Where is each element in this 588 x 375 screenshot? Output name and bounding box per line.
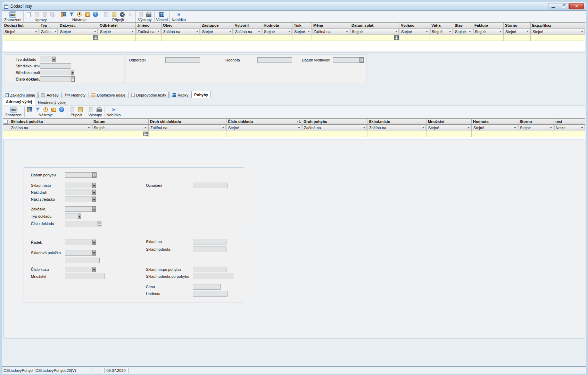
filter-button[interactable] <box>34 107 41 113</box>
filter-input-druh-skl-dokladu[interactable] <box>149 131 226 137</box>
help-button[interactable] <box>58 107 65 113</box>
column-header-storno[interactable]: Storno <box>518 119 554 125</box>
attach-media-button[interactable] <box>119 11 126 18</box>
filter-input-storno[interactable] <box>504 35 531 41</box>
tab-doplnkove-udaje[interactable]: Doplňkové údaje <box>89 92 128 98</box>
column-header-hodnota[interactable]: Hodnota <box>472 119 518 125</box>
nakl-stredisko-input[interactable] <box>65 197 93 202</box>
table-settings-button[interactable] <box>60 11 67 18</box>
filter-input-vydano[interactable] <box>399 35 430 41</box>
attachment-list-button[interactable] <box>111 11 118 18</box>
datum-pohybu-calendar-button[interactable] <box>92 172 97 178</box>
skladova-polozka-dropdown-button[interactable] <box>92 250 96 256</box>
column-header-exp-prikaz[interactable]: Exp.příkaz <box>531 23 585 28</box>
filter-input-jmeno[interactable] <box>136 35 162 41</box>
filter-dropdown-storno[interactable]: Stejné <box>519 125 553 130</box>
column-header-tisk[interactable]: Tisk <box>292 23 312 28</box>
filter-dropdown-hodnota[interactable]: Stejné <box>472 125 517 130</box>
filter-input-odberatel[interactable] <box>98 35 136 41</box>
filter-input-exp-prikaz[interactable] <box>531 35 585 41</box>
tab-radky[interactable]: Řádky <box>169 92 191 98</box>
filter-dropdown-jmeno[interactable]: Začíná na <box>136 29 161 34</box>
filter-dropdown-dat-vyst[interactable]: Stejné <box>59 29 98 34</box>
cislo-dokladu-input[interactable] <box>40 76 71 82</box>
typ-dokladu-input[interactable] <box>40 57 52 62</box>
filter-dropdown-datum-splat[interactable]: Stejné <box>350 29 399 34</box>
cena-input[interactable] <box>193 284 221 290</box>
column-header-faktura[interactable]: Faktura <box>473 23 504 28</box>
odberatel-input[interactable] <box>165 57 200 63</box>
select-all-checkbox[interactable] <box>4 120 8 124</box>
view-button[interactable] <box>9 11 16 18</box>
subtab-neadresny-vydej[interactable]: Neadresný výdej <box>35 99 69 106</box>
filter-dropdown-text[interactable]: Nelze <box>554 125 585 130</box>
filter-input-stav[interactable] <box>453 35 473 41</box>
options-button[interactable] <box>50 107 57 113</box>
filter-input-datum[interactable] <box>92 131 149 137</box>
column-header-obec[interactable]: Obec <box>162 23 200 28</box>
filter-input-faktura[interactable] <box>473 35 504 41</box>
menu-button[interactable] <box>110 107 117 113</box>
filter-dropdown-vaha[interactable]: Stejné <box>430 29 453 34</box>
cislo-kusu-input[interactable] <box>65 267 93 272</box>
cislo-dokladu-input[interactable] <box>65 221 98 226</box>
filter-button[interactable] <box>68 11 75 18</box>
tab-doprovodne-texty[interactable]: Doprovodné texty <box>129 92 169 98</box>
stredisko-realizace-dropdown-button[interactable] <box>71 70 74 75</box>
calendar-button[interactable] <box>143 132 148 136</box>
column-header-vaha[interactable]: Váha <box>430 23 453 28</box>
typ-dokladu-input[interactable] <box>65 214 78 219</box>
skladova-polozka-secondary-input[interactable] <box>65 258 100 263</box>
sklad-mn-input[interactable] <box>193 239 226 244</box>
column-header-hodnota[interactable]: Hodnota <box>262 23 292 28</box>
column-header-zastupce[interactable]: Zástupce <box>200 23 233 28</box>
cislo-dokladu-lock-button[interactable] <box>71 76 75 82</box>
filter-input-vaha[interactable] <box>430 35 453 41</box>
filter-input-druh-pohybu[interactable] <box>302 131 367 137</box>
column-header-jmeno[interactable]: Jméno <box>136 23 162 28</box>
custom-view-button[interactable] <box>158 11 165 18</box>
filter-input-hodnota[interactable] <box>472 131 518 137</box>
column-header-skladova-polozka[interactable]: Skladová položka <box>9 119 92 125</box>
filter-dropdown-typ[interactable]: Začín... <box>40 29 58 34</box>
filter-dropdown-obec[interactable]: Začíná na <box>162 29 200 34</box>
column-header-storno[interactable]: Storno <box>504 23 531 28</box>
print-button[interactable] <box>146 11 152 18</box>
column-header-datum[interactable]: Datum <box>92 119 149 125</box>
column-header-typ[interactable]: Typ <box>39 23 58 28</box>
column-header-druh-skl-dokladu[interactable]: Druh skl.dokladu <box>149 119 226 125</box>
column-header-mnozstvi[interactable]: Množství <box>426 119 472 125</box>
filter-dropdown-tisk[interactable]: Stejné <box>293 29 311 34</box>
sklad-misto-dropdown-button[interactable] <box>92 183 96 188</box>
attachment-list-button[interactable] <box>77 107 84 113</box>
column-header-vytvoril[interactable]: Vytvořil <box>233 23 262 28</box>
options-button[interactable] <box>84 11 91 18</box>
column-header-dat-vyst[interactable]: Dat.vyst. <box>58 23 98 28</box>
column-header-druh-pohybu[interactable]: Druh pohybu <box>302 119 367 125</box>
nakl-druh-input[interactable] <box>65 190 93 195</box>
filter-input-typ[interactable] <box>39 35 58 41</box>
sklad-hodnota-po-pohybu-input[interactable] <box>193 274 234 279</box>
calendar-button[interactable] <box>394 35 399 40</box>
filter-dropdown-druh-pohybu[interactable]: Začíná na <box>303 125 367 130</box>
filter-input-storno[interactable] <box>518 131 554 137</box>
filter-input-tisk[interactable] <box>292 35 312 41</box>
datum-vystaveni-input[interactable] <box>333 57 360 63</box>
history-button[interactable] <box>42 107 49 113</box>
print-button[interactable] <box>96 107 103 113</box>
table-settings-button[interactable] <box>26 107 33 113</box>
filter-dropdown-stav[interactable]: Stejné <box>454 29 472 34</box>
skladova-polozka-input[interactable] <box>65 250 93 256</box>
filter-input-skladova-polozka[interactable] <box>9 131 92 137</box>
filter-dropdown-datum[interactable]: Stejné <box>92 125 148 130</box>
view-button[interactable] <box>10 107 17 113</box>
help-button[interactable] <box>92 11 99 18</box>
column-header-vydano[interactable]: Vydáno <box>399 23 430 28</box>
filter-input-text[interactable] <box>554 131 585 137</box>
nakl-stredisko-dropdown-button[interactable] <box>92 197 96 202</box>
filter-dropdown-storno[interactable]: Stejné <box>504 29 530 34</box>
filter-input-hodnota[interactable] <box>262 35 292 41</box>
filter-input-datum-splat[interactable] <box>350 35 399 41</box>
column-header-cislo-dokladu[interactable]: Číslo dokladu1 <box>226 119 302 125</box>
filter-input-mena[interactable] <box>312 35 350 41</box>
